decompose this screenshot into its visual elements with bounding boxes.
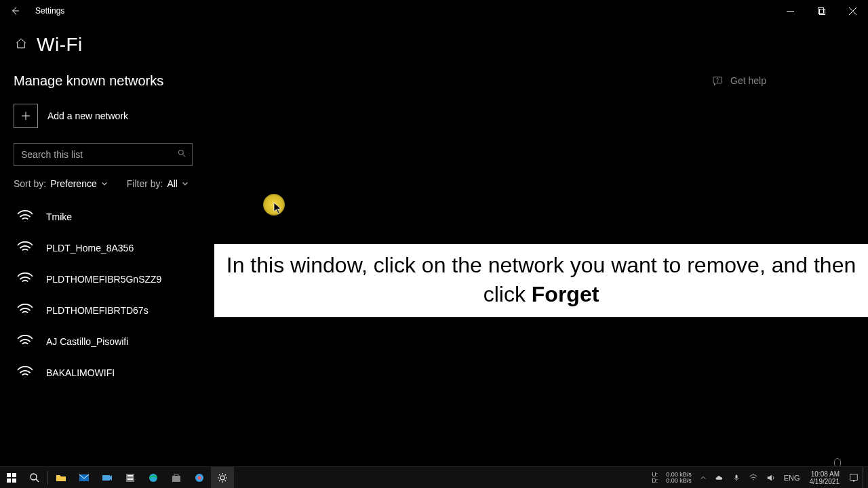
clock-date: 4/19/2021 — [810, 478, 840, 485]
tray-chevron[interactable] — [696, 467, 711, 488]
svg-rect-12 — [127, 475, 133, 476]
network-item[interactable]: AJ Castillo_Pisowifi — [14, 326, 868, 357]
sort-label: Sort by: — [14, 178, 46, 189]
plus-box — [14, 104, 38, 128]
network-item[interactable]: Tmike — [14, 201, 868, 232]
sort-by-dropdown[interactable]: Sort by: Preference — [14, 178, 108, 189]
wifi-icon — [16, 302, 34, 319]
svg-rect-4 — [7, 473, 11, 477]
taskbar-left — [0, 467, 234, 488]
taskbar-file-explorer[interactable] — [50, 467, 73, 488]
svg-rect-0 — [818, 7, 823, 13]
taskbar-settings[interactable] — [211, 467, 234, 488]
filter-by-dropdown[interactable]: Filter by: All — [127, 178, 189, 189]
taskbar-net-values[interactable]: 0.00 kB/s 0.00 kB/s — [662, 472, 696, 484]
wifi-icon — [16, 270, 34, 288]
wifi-icon — [16, 239, 34, 257]
add-network-label: Add a new network — [47, 110, 128, 121]
maximize-button[interactable] — [806, 0, 837, 22]
page-header: Wi-Fi — [0, 22, 868, 56]
taskbar: U: D: 0.00 kB/s 0.00 kB/s ENG 10:08 AM 4… — [0, 466, 868, 488]
taskbar-browser[interactable] — [188, 467, 211, 488]
svg-rect-7 — [12, 479, 16, 483]
search-input[interactable] — [21, 149, 177, 160]
wifi-icon — [16, 208, 34, 226]
volume-icon — [766, 473, 776, 483]
sort-filter-bar: Sort by: Preference Filter by: All — [14, 178, 868, 189]
start-button[interactable] — [0, 467, 23, 488]
language-label: ENG — [784, 474, 800, 482]
globe-icon — [194, 472, 205, 483]
arrow-left-icon — [9, 5, 20, 16]
clock-time: 10:08 AM — [811, 470, 840, 478]
tray-clock[interactable]: 10:08 AM 4/19/2021 — [804, 470, 846, 485]
filter-value: All — [167, 178, 178, 189]
net-down-value: 0.00 kB/s — [666, 477, 692, 484]
search-icon — [29, 472, 40, 483]
net-down-label: D: — [652, 477, 658, 484]
close-button[interactable] — [837, 0, 868, 22]
folder-icon — [56, 472, 66, 483]
titlebar-left: Settings — [0, 0, 64, 22]
get-help-link[interactable]: Get help — [711, 75, 766, 87]
svg-point-8 — [31, 474, 37, 480]
get-help-label: Get help — [730, 75, 766, 86]
taskbar-mail[interactable] — [73, 467, 96, 488]
svg-rect-6 — [7, 479, 11, 483]
show-desktop-button[interactable] — [863, 467, 868, 488]
minimize-icon — [787, 7, 794, 15]
svg-rect-14 — [127, 479, 133, 480]
search-icon — [177, 148, 186, 161]
back-button[interactable] — [0, 0, 30, 22]
svg-rect-20 — [735, 474, 737, 478]
network-name: AJ Castillo_Pisowifi — [46, 336, 128, 347]
wifi-icon — [749, 473, 758, 483]
close-icon — [849, 7, 856, 15]
network-name: BAKALIMOWIFI — [46, 367, 115, 378]
tray-volume[interactable] — [762, 467, 780, 488]
store-icon — [171, 472, 182, 483]
tray-mic[interactable] — [728, 467, 745, 488]
taskbar-camera[interactable] — [96, 467, 119, 488]
home-icon[interactable] — [15, 37, 27, 52]
network-name: PLDT_Home_8A356 — [46, 243, 134, 253]
taskbar-net-meter[interactable]: U: D: — [648, 472, 662, 484]
window-title: Settings — [35, 6, 64, 16]
svg-point-18 — [198, 476, 201, 479]
svg-point-19 — [220, 476, 224, 480]
svg-rect-1 — [819, 9, 825, 14]
news-icon — [125, 472, 136, 483]
tray-notifications[interactable] — [845, 467, 863, 488]
taskbar-store[interactable] — [165, 467, 188, 488]
svg-point-3 — [717, 82, 718, 83]
network-item[interactable]: BAKALIMOWIFI — [14, 357, 868, 388]
windows-icon — [6, 472, 17, 483]
taskbar-separator — [47, 471, 48, 485]
notification-icon — [849, 473, 859, 483]
svg-point-2 — [178, 150, 183, 155]
svg-rect-13 — [127, 478, 133, 479]
wifi-icon — [16, 364, 34, 382]
wifi-icon — [16, 333, 34, 350]
minimize-button[interactable] — [774, 0, 806, 22]
taskbar-news[interactable] — [119, 467, 142, 488]
tray-onedrive[interactable] — [711, 467, 728, 488]
taskbar-edge[interactable] — [142, 467, 165, 488]
main-content: Manage known networks Add a new network … — [0, 56, 868, 388]
tray-wifi[interactable] — [745, 467, 762, 488]
search-taskbar-button[interactable] — [23, 467, 46, 488]
tray-language[interactable]: ENG — [780, 467, 804, 488]
svg-rect-21 — [850, 474, 858, 480]
sort-value: Preference — [50, 178, 96, 189]
add-network-button[interactable]: Add a new network — [14, 104, 128, 128]
titlebar: Settings — [0, 0, 868, 22]
search-box[interactable] — [14, 143, 193, 166]
mail-icon — [79, 472, 90, 483]
svg-rect-5 — [12, 473, 16, 477]
maximize-icon — [818, 7, 825, 15]
chevron-up-icon — [700, 474, 707, 481]
instruction-overlay: In this window, click on the network you… — [214, 244, 868, 317]
window-controls — [774, 0, 868, 22]
chevron-down-icon — [101, 178, 108, 189]
taskbar-right: U: D: 0.00 kB/s 0.00 kB/s ENG 10:08 AM 4… — [648, 467, 868, 488]
